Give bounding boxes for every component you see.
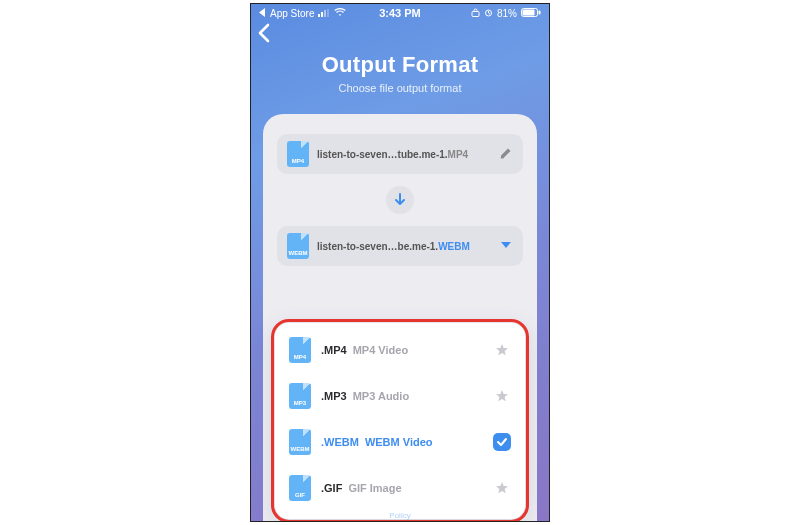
file-icon: WEBM (289, 429, 311, 455)
option-ext: .GIF (321, 482, 342, 494)
chevron-down-icon[interactable] (499, 238, 513, 254)
svg-rect-9 (501, 157, 504, 158)
file-icon: MP4 (289, 337, 311, 363)
star-icon[interactable] (493, 387, 511, 405)
option-ext: .MP4 (321, 344, 347, 356)
option-desc: GIF Image (348, 482, 401, 494)
option-desc: MP3 Audio (353, 390, 409, 402)
page-title: Output Format (251, 52, 549, 78)
phone-frame: App Store 3:43 PM 81% (250, 3, 550, 522)
format-menu: MP4 .MP4MP4 Video MP3 .MP3MP3 Audio WEBM… (275, 323, 525, 519)
star-icon[interactable] (493, 479, 511, 497)
option-ext: .WEBM (321, 436, 359, 448)
source-file-pill[interactable]: MP4 listen-to-seven…tube.me-1.MP4 (277, 134, 523, 174)
file-icon: MP4 (287, 141, 309, 167)
page-subtitle: Choose file output format (251, 82, 549, 94)
format-option-mp3[interactable]: MP3 .MP3MP3 Audio (283, 373, 517, 419)
header: Output Format Choose file output format (251, 52, 549, 94)
source-file-name: listen-to-seven…tube.me-1.MP4 (317, 149, 491, 160)
option-desc: MP4 Video (353, 344, 408, 356)
check-icon (493, 433, 511, 451)
file-icon: GIF (289, 475, 311, 501)
back-button[interactable] (257, 23, 271, 47)
status-time: 3:43 PM (251, 7, 549, 19)
target-file-pill[interactable]: WEBM listen-to-seven…be.me-1.WEBM (277, 226, 523, 266)
option-desc: WEBM Video (365, 436, 433, 448)
format-option-gif[interactable]: GIF .GIFGIF Image (283, 465, 517, 511)
target-file-name: listen-to-seven…be.me-1.WEBM (317, 241, 491, 252)
format-option-webm[interactable]: WEBM .WEBMWEBM Video (283, 419, 517, 465)
policy-link[interactable]: Policy (251, 511, 549, 520)
edit-icon[interactable] (499, 146, 513, 162)
stage: App Store 3:43 PM 81% (0, 0, 800, 525)
file-icon: WEBM (287, 233, 309, 259)
conversion-arrow (386, 186, 414, 214)
status-bar: App Store 3:43 PM 81% (251, 4, 549, 22)
format-option-mp4[interactable]: MP4 .MP4MP4 Video (283, 327, 517, 373)
file-icon: MP3 (289, 383, 311, 409)
star-icon[interactable] (493, 341, 511, 359)
option-ext: .MP3 (321, 390, 347, 402)
